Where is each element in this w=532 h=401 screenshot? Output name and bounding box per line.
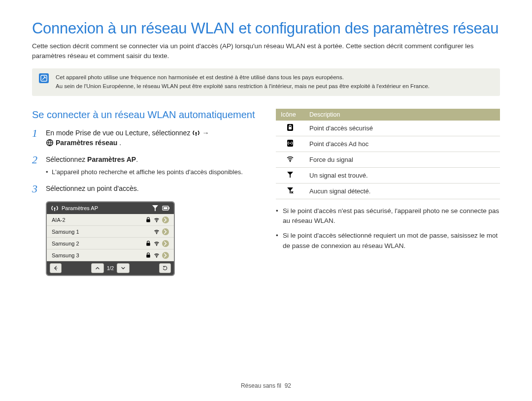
page-indicator: 1/2 — [105, 266, 116, 271]
wifi-icon — [154, 241, 160, 247]
page-footer: Réseau sans fil 92 — [0, 382, 532, 389]
ap-name: Samsung 1 — [52, 229, 79, 235]
lock-icon — [286, 123, 294, 131]
th-desc: Description — [304, 109, 500, 121]
step-3: 3 Sélectionnez un point d'accès. — [32, 184, 256, 194]
step-number: 2 — [32, 154, 41, 177]
broadcast-icon — [51, 204, 59, 212]
row-desc: Point d'accès Ad hoc — [304, 136, 500, 152]
arrow: → — [202, 128, 209, 138]
table-row: Aucun signal détecté. — [276, 183, 500, 199]
step-2-pre: Sélectionnez — [46, 155, 87, 163]
page-title: Connexion à un réseau WLAN et configurat… — [32, 20, 500, 37]
ap-name: Samsung 3 — [52, 252, 79, 258]
ap-name: Samsung 2 — [52, 241, 79, 247]
footer-section: Réseau sans fil — [241, 382, 281, 389]
table-row: Un signal est trouvé. — [276, 167, 500, 183]
lock-icon — [145, 252, 151, 258]
step-2-sub: L'appareil photo recherche et affiche le… — [46, 168, 256, 177]
footer-page: 92 — [285, 382, 291, 389]
step-2: 2 Sélectionnez Paramètres AP. L'appareil… — [32, 154, 256, 177]
chevron-right-icon[interactable] — [162, 252, 169, 259]
th-icon: Icône — [276, 109, 304, 121]
ap-list: AIA-2 Samsung 1 — [47, 214, 174, 261]
globe-icon — [46, 139, 54, 147]
note-icon — [39, 73, 49, 83]
chevron-right-icon[interactable] — [162, 240, 169, 247]
table-row: Point d'accès Ad hoc — [276, 136, 500, 152]
chevron-right-icon[interactable] — [162, 228, 169, 235]
adhoc-icon — [286, 139, 294, 147]
battery-icon — [162, 204, 170, 212]
step-2-bold: Paramètres AP — [87, 155, 136, 163]
right-column: Icône Description Point d'accès sécurisé… — [276, 109, 500, 277]
antenna-on-icon — [151, 204, 159, 212]
right-bullets: Si le point d'accès n'est pas sécurisé, … — [276, 206, 500, 251]
bullet-item: Si le point d'accès n'est pas sécurisé, … — [276, 206, 500, 226]
note-line-1: Cet appareil photo utilise une fréquence… — [56, 73, 430, 82]
table-row: Point d'accès sécurisé — [276, 121, 500, 136]
device-topbar: Paramètres AP — [47, 202, 174, 214]
wifi-icon — [286, 155, 294, 163]
ap-row[interactable]: Samsung 3 — [47, 249, 174, 261]
step-3-text: Sélectionnez un point d'accès. — [46, 184, 256, 194]
broadcast-icon — [192, 129, 200, 137]
lock-icon — [145, 217, 151, 223]
wifi-icon — [154, 217, 160, 223]
device-bottombar: 1/2 — [47, 261, 174, 275]
note-line-2: Au sein de l'Union Européenne, le réseau… — [56, 82, 430, 91]
wifi-icon — [154, 229, 160, 235]
step-2-post: . — [136, 155, 138, 163]
left-column: Se connecter à un réseau WLAN automatiqu… — [32, 109, 256, 277]
wifi-icon — [154, 252, 160, 258]
subheading: Se connecter à un réseau WLAN automatiqu… — [32, 109, 256, 121]
note-text: Cet appareil photo utilise une fréquence… — [56, 73, 430, 91]
lock-icon — [145, 241, 151, 247]
ap-name: AIA-2 — [52, 217, 66, 223]
intro-text: Cette section décrit comment se connecte… — [32, 41, 500, 61]
bullet-item: Si le point d'accès sélectionné requiert… — [276, 231, 500, 251]
row-desc: Un signal est trouvé. — [304, 167, 500, 183]
antenna-off-icon — [286, 186, 294, 194]
note-box: Cet appareil photo utilise une fréquence… — [32, 68, 500, 96]
step-1-pre: En mode Prise de vue ou Lecture, sélecti… — [46, 128, 190, 138]
step-1-dot: . — [119, 138, 121, 148]
page-up-button[interactable] — [91, 263, 104, 273]
refresh-button[interactable] — [159, 263, 171, 273]
ap-row[interactable]: Samsung 2 — [47, 238, 174, 249]
chevron-right-icon[interactable] — [162, 216, 169, 223]
back-button[interactable] — [50, 263, 62, 273]
step-1: 1 En mode Prise de vue ou Lecture, sélec… — [32, 128, 256, 148]
ap-row[interactable]: Samsung 1 — [47, 226, 174, 238]
step-number: 1 — [32, 128, 41, 148]
step-1-bold: Paramètres réseau — [56, 138, 117, 148]
row-desc: Force du signal — [304, 152, 500, 167]
table-row: Force du signal — [276, 152, 500, 167]
ap-row[interactable]: AIA-2 — [47, 214, 174, 226]
icon-table: Icône Description Point d'accès sécurisé… — [276, 109, 500, 199]
antenna-on-icon — [286, 171, 294, 179]
device-title: Paramètres AP — [62, 205, 98, 211]
row-desc: Point d'accès sécurisé — [304, 121, 500, 136]
device-mock: Paramètres AP AIA-2 — [46, 201, 175, 276]
page-down-button[interactable] — [117, 263, 130, 273]
step-number: 3 — [32, 184, 41, 194]
row-desc: Aucun signal détecté. — [304, 183, 500, 199]
